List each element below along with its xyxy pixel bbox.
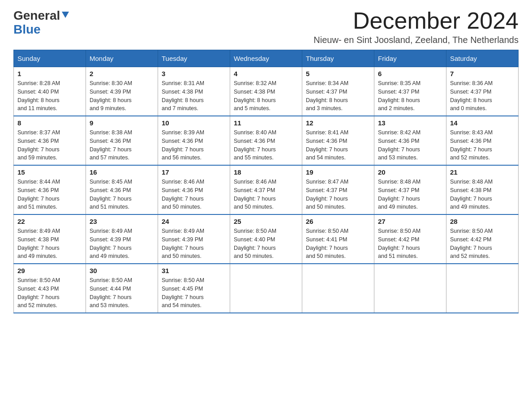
day-number: 25 bbox=[234, 218, 298, 225]
calendar-cell: 5 Sunrise: 8:34 AMSunset: 4:37 PMDayligh… bbox=[302, 67, 374, 116]
calendar-cell bbox=[446, 264, 519, 313]
logo-arrow-icon bbox=[61, 10, 71, 20]
day-info: Sunrise: 8:45 AMSunset: 4:36 PMDaylight:… bbox=[90, 178, 154, 211]
calendar-cell: 15 Sunrise: 8:44 AMSunset: 4:36 PMDaylig… bbox=[14, 165, 86, 214]
day-info: Sunrise: 8:46 AMSunset: 4:37 PMDaylight:… bbox=[234, 178, 298, 211]
calendar-week-4: 22 Sunrise: 8:49 AMSunset: 4:38 PMDaylig… bbox=[14, 214, 519, 264]
calendar-week-1: 1 Sunrise: 8:28 AMSunset: 4:40 PMDayligh… bbox=[14, 67, 519, 116]
calendar-cell: 7 Sunrise: 8:36 AMSunset: 4:37 PMDayligh… bbox=[446, 67, 519, 116]
day-info: Sunrise: 8:32 AMSunset: 4:38 PMDaylight:… bbox=[234, 79, 298, 113]
calendar-cell: 8 Sunrise: 8:37 AMSunset: 4:36 PMDayligh… bbox=[14, 116, 86, 165]
day-number: 3 bbox=[162, 70, 226, 77]
calendar-week-5: 29 Sunrise: 8:50 AMSunset: 4:43 PMDaylig… bbox=[14, 264, 519, 313]
day-number: 26 bbox=[306, 218, 370, 225]
day-info: Sunrise: 8:41 AMSunset: 4:36 PMDaylight:… bbox=[306, 128, 370, 162]
day-number: 15 bbox=[17, 168, 82, 176]
header-tuesday: Tuesday bbox=[158, 50, 230, 67]
calendar-cell: 9 Sunrise: 8:38 AMSunset: 4:36 PMDayligh… bbox=[86, 116, 158, 165]
calendar-week-2: 8 Sunrise: 8:37 AMSunset: 4:36 PMDayligh… bbox=[14, 116, 519, 165]
day-info: Sunrise: 8:50 AMSunset: 4:41 PMDaylight:… bbox=[306, 227, 370, 261]
day-number: 22 bbox=[17, 218, 82, 225]
logo-text-blue: Blue bbox=[13, 22, 41, 36]
day-number: 20 bbox=[378, 168, 442, 176]
day-number: 18 bbox=[234, 168, 298, 176]
day-number: 9 bbox=[90, 119, 154, 127]
svg-marker-0 bbox=[62, 12, 69, 18]
day-number: 16 bbox=[90, 168, 154, 176]
day-info: Sunrise: 8:46 AMSunset: 4:36 PMDaylight:… bbox=[162, 178, 226, 211]
calendar-cell: 31 Sunrise: 8:50 AMSunset: 4:45 PMDaylig… bbox=[158, 264, 230, 313]
calendar-cell: 19 Sunrise: 8:47 AMSunset: 4:37 PMDaylig… bbox=[302, 165, 374, 214]
calendar-cell: 2 Sunrise: 8:30 AMSunset: 4:39 PMDayligh… bbox=[86, 67, 158, 116]
calendar-cell: 21 Sunrise: 8:48 AMSunset: 4:38 PMDaylig… bbox=[446, 165, 519, 214]
day-number: 31 bbox=[162, 267, 226, 274]
day-info: Sunrise: 8:50 AMSunset: 4:44 PMDaylight:… bbox=[90, 276, 154, 310]
calendar-cell: 10 Sunrise: 8:39 AMSunset: 4:36 PMDaylig… bbox=[158, 116, 230, 165]
calendar-cell: 26 Sunrise: 8:50 AMSunset: 4:41 PMDaylig… bbox=[302, 214, 374, 264]
calendar-cell: 25 Sunrise: 8:50 AMSunset: 4:40 PMDaylig… bbox=[230, 214, 302, 264]
day-number: 17 bbox=[162, 168, 226, 176]
day-number: 11 bbox=[234, 119, 298, 127]
calendar-cell: 1 Sunrise: 8:28 AMSunset: 4:40 PMDayligh… bbox=[14, 67, 86, 116]
day-number: 8 bbox=[17, 119, 82, 127]
day-number: 14 bbox=[450, 119, 515, 127]
calendar-cell: 28 Sunrise: 8:50 AMSunset: 4:42 PMDaylig… bbox=[446, 214, 519, 264]
header-wednesday: Wednesday bbox=[230, 50, 302, 67]
calendar-cell: 6 Sunrise: 8:35 AMSunset: 4:37 PMDayligh… bbox=[374, 67, 446, 116]
calendar-body: 1 Sunrise: 8:28 AMSunset: 4:40 PMDayligh… bbox=[14, 67, 519, 313]
day-info: Sunrise: 8:50 AMSunset: 4:42 PMDaylight:… bbox=[450, 227, 515, 261]
day-info: Sunrise: 8:48 AMSunset: 4:37 PMDaylight:… bbox=[378, 178, 442, 211]
day-info: Sunrise: 8:35 AMSunset: 4:37 PMDaylight:… bbox=[378, 79, 442, 113]
day-info: Sunrise: 8:37 AMSunset: 4:36 PMDaylight:… bbox=[17, 128, 82, 162]
calendar-cell: 13 Sunrise: 8:42 AMSunset: 4:36 PMDaylig… bbox=[374, 116, 446, 165]
day-info: Sunrise: 8:49 AMSunset: 4:39 PMDaylight:… bbox=[90, 227, 154, 261]
day-info: Sunrise: 8:36 AMSunset: 4:37 PMDaylight:… bbox=[450, 79, 515, 113]
day-number: 4 bbox=[234, 70, 298, 77]
calendar-cell: 4 Sunrise: 8:32 AMSunset: 4:38 PMDayligh… bbox=[230, 67, 302, 116]
day-number: 13 bbox=[378, 119, 442, 127]
day-number: 10 bbox=[162, 119, 226, 127]
calendar-cell: 14 Sunrise: 8:43 AMSunset: 4:36 PMDaylig… bbox=[446, 116, 519, 165]
calendar-header: SundayMondayTuesdayWednesdayThursdayFrid… bbox=[14, 50, 519, 67]
header-sunday: Sunday bbox=[14, 50, 86, 67]
location-title: Nieuw- en Sint Joosland, Zeeland, The Ne… bbox=[313, 35, 519, 45]
day-number: 6 bbox=[378, 70, 442, 77]
logo: General Blue bbox=[13, 9, 71, 37]
calendar-table: SundayMondayTuesdayWednesdayThursdayFrid… bbox=[13, 50, 519, 313]
calendar-cell bbox=[302, 264, 374, 313]
day-info: Sunrise: 8:39 AMSunset: 4:36 PMDaylight:… bbox=[162, 128, 226, 162]
calendar-cell: 16 Sunrise: 8:45 AMSunset: 4:36 PMDaylig… bbox=[86, 165, 158, 214]
day-number: 19 bbox=[306, 168, 370, 176]
day-info: Sunrise: 8:49 AMSunset: 4:39 PMDaylight:… bbox=[162, 227, 226, 261]
header-monday: Monday bbox=[86, 50, 158, 67]
calendar-cell: 12 Sunrise: 8:41 AMSunset: 4:36 PMDaylig… bbox=[302, 116, 374, 165]
calendar-cell: 27 Sunrise: 8:50 AMSunset: 4:42 PMDaylig… bbox=[374, 214, 446, 264]
logo-text-general: General bbox=[13, 9, 60, 23]
day-number: 1 bbox=[17, 70, 82, 77]
calendar-cell: 11 Sunrise: 8:40 AMSunset: 4:36 PMDaylig… bbox=[230, 116, 302, 165]
month-title: December 2024 bbox=[313, 9, 519, 32]
day-info: Sunrise: 8:47 AMSunset: 4:37 PMDaylight:… bbox=[306, 178, 370, 211]
day-number: 30 bbox=[90, 267, 154, 274]
day-info: Sunrise: 8:50 AMSunset: 4:42 PMDaylight:… bbox=[378, 227, 442, 261]
day-number: 28 bbox=[450, 218, 515, 225]
day-info: Sunrise: 8:43 AMSunset: 4:36 PMDaylight:… bbox=[450, 128, 515, 162]
calendar-cell: 3 Sunrise: 8:31 AMSunset: 4:38 PMDayligh… bbox=[158, 67, 230, 116]
day-info: Sunrise: 8:49 AMSunset: 4:38 PMDaylight:… bbox=[17, 227, 82, 261]
day-info: Sunrise: 8:28 AMSunset: 4:40 PMDaylight:… bbox=[17, 79, 82, 113]
day-info: Sunrise: 8:42 AMSunset: 4:36 PMDaylight:… bbox=[378, 128, 442, 162]
calendar-cell: 22 Sunrise: 8:49 AMSunset: 4:38 PMDaylig… bbox=[14, 214, 86, 264]
day-info: Sunrise: 8:44 AMSunset: 4:36 PMDaylight:… bbox=[17, 178, 82, 211]
day-number: 21 bbox=[450, 168, 515, 176]
day-info: Sunrise: 8:50 AMSunset: 4:43 PMDaylight:… bbox=[17, 276, 82, 310]
calendar-header-row: SundayMondayTuesdayWednesdayThursdayFrid… bbox=[14, 50, 519, 67]
header-saturday: Saturday bbox=[446, 50, 519, 67]
day-number: 2 bbox=[90, 70, 154, 77]
header-friday: Friday bbox=[374, 50, 446, 67]
day-info: Sunrise: 8:31 AMSunset: 4:38 PMDaylight:… bbox=[162, 79, 226, 113]
day-info: Sunrise: 8:34 AMSunset: 4:37 PMDaylight:… bbox=[306, 79, 370, 113]
calendar-week-3: 15 Sunrise: 8:44 AMSunset: 4:36 PMDaylig… bbox=[14, 165, 519, 214]
calendar-cell: 24 Sunrise: 8:49 AMSunset: 4:39 PMDaylig… bbox=[158, 214, 230, 264]
day-number: 29 bbox=[17, 267, 82, 274]
calendar-cell: 30 Sunrise: 8:50 AMSunset: 4:44 PMDaylig… bbox=[86, 264, 158, 313]
